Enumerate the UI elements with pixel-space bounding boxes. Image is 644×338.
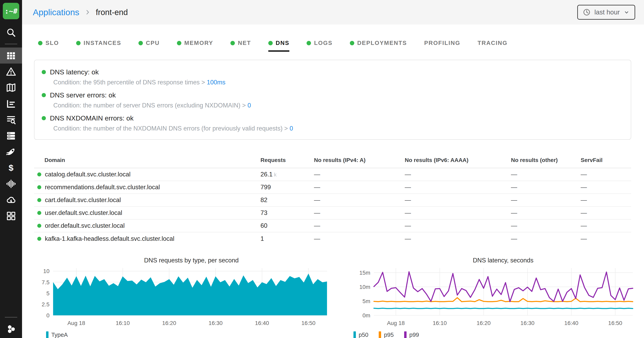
domain-name: user.default.svc.cluster.local bbox=[45, 209, 122, 216]
svg-text:16:30: 16:30 bbox=[520, 320, 534, 326]
col-noresults-other: No results (other) bbox=[511, 157, 581, 163]
tab-net[interactable]: NET bbox=[230, 40, 251, 52]
sidebar-item-applications[interactable] bbox=[0, 48, 22, 64]
chart-title: DNS requests by type, per second bbox=[34, 257, 332, 264]
status-dot bbox=[42, 116, 46, 120]
table-row[interactable]: recommendations.default.svc.cluster.loca… bbox=[34, 181, 631, 194]
table-row[interactable]: user.default.svc.cluster.local 73 — — — … bbox=[34, 207, 631, 219]
table-row[interactable]: cart.default.svc.cluster.local 82 — — — … bbox=[34, 194, 631, 207]
svg-text:Aug 18: Aug 18 bbox=[67, 320, 85, 326]
legend-item-p99[interactable]: p99 bbox=[404, 331, 419, 338]
tab-instances[interactable]: INSTANCES bbox=[76, 40, 121, 52]
domain-name: recommendations.default.svc.cluster.loca… bbox=[45, 184, 160, 191]
dns-requests-plot: Aug 1816:1016:2016:3016:4016:5002.557.51… bbox=[34, 265, 332, 328]
table-row[interactable]: catalog.default.svc.cluster.local 26.1k … bbox=[34, 168, 631, 181]
chart-panel-icon bbox=[6, 98, 16, 109]
check-condition: Condition: the 95th percentile of DNS re… bbox=[53, 79, 205, 86]
legend-swatch bbox=[46, 331, 48, 338]
sidebar-item-search[interactable] bbox=[0, 25, 22, 41]
requests-value: 82 bbox=[260, 196, 267, 203]
svg-text:10: 10 bbox=[43, 268, 50, 274]
domain-name: catalog.default.svc.cluster.local bbox=[45, 171, 130, 178]
status-dot bbox=[37, 172, 41, 176]
check-threshold-link[interactable]: 0 bbox=[248, 102, 251, 109]
status-dot bbox=[177, 41, 181, 45]
status-dot bbox=[37, 211, 41, 215]
svg-text:0m: 0m bbox=[362, 312, 370, 318]
sidebar-item-incidents[interactable] bbox=[0, 64, 22, 80]
sidebar-item-deployments[interactable] bbox=[0, 144, 22, 160]
tab-logs[interactable]: LOGS bbox=[306, 40, 332, 52]
chart-title: DNS latency, seconds bbox=[352, 257, 638, 264]
sidebar-item-risks[interactable] bbox=[0, 192, 22, 208]
table-row[interactable]: order.default.svc.cluster.local 60 — — —… bbox=[34, 219, 631, 232]
app-logo[interactable]: :~# bbox=[3, 3, 19, 19]
sidebar-item-integrations[interactable] bbox=[0, 321, 22, 337]
tab-slo[interactable]: SLO bbox=[38, 40, 59, 52]
sidebar-item-service-map[interactable] bbox=[0, 80, 22, 96]
svg-text:7.5: 7.5 bbox=[42, 279, 50, 285]
sidebar-item-dashboards[interactable] bbox=[0, 96, 22, 112]
svg-text:16:10: 16:10 bbox=[116, 320, 130, 326]
legend-label: p95 bbox=[384, 331, 394, 338]
svg-text:5m: 5m bbox=[362, 298, 370, 304]
table-row[interactable]: kafka-1.kafka-headless.default.svc.clust… bbox=[34, 232, 631, 245]
dns-checks-panel: DNS latency: ok Condition: the 95th perc… bbox=[34, 60, 631, 140]
svg-text:16:50: 16:50 bbox=[608, 320, 622, 326]
legend-item-p95[interactable]: p95 bbox=[379, 331, 394, 338]
sidebar-item-nodes[interactable] bbox=[0, 128, 22, 144]
tab-memory[interactable]: MEMORY bbox=[177, 40, 213, 52]
svg-text:$: $ bbox=[8, 163, 14, 173]
tab-tracing[interactable]: TRACING bbox=[478, 40, 508, 52]
sidebar: :~# bbox=[0, 0, 22, 338]
dns-latency-plot: Aug 1816:1016:2016:3016:4016:500m5m10m15… bbox=[352, 265, 638, 328]
requests-value: 26.1 bbox=[260, 171, 272, 178]
time-range-selector[interactable]: last hour bbox=[577, 5, 635, 20]
check-threshold-link[interactable]: 100ms bbox=[207, 79, 226, 86]
sidebar-divider-bottom bbox=[5, 317, 17, 317]
status-dot bbox=[42, 70, 46, 74]
cloud-lightning-icon bbox=[6, 195, 16, 205]
svg-text:16:40: 16:40 bbox=[564, 320, 578, 326]
tab-label: MEMORY bbox=[184, 40, 213, 46]
legend-label: p99 bbox=[409, 331, 419, 338]
status-dot bbox=[306, 41, 311, 45]
sidebar-divider bbox=[5, 44, 17, 44]
warning-triangle-icon bbox=[6, 66, 16, 77]
breadcrumb-current-page: front-end bbox=[96, 8, 128, 17]
col-noresults-ipv4: No results (IPv4: A) bbox=[314, 157, 405, 163]
sidebar-item-custom-dashboards[interactable] bbox=[0, 208, 22, 224]
svg-text:15m: 15m bbox=[360, 270, 370, 276]
requests-suffix: k bbox=[274, 172, 276, 178]
sidebar-item-logs[interactable] bbox=[0, 112, 22, 128]
tab-deployments[interactable]: DEPLOYMENTS bbox=[350, 40, 407, 52]
legend-swatch bbox=[354, 331, 356, 338]
col-requests: Requests bbox=[260, 157, 314, 163]
dns-domains-table: Domain Requests No results (IPv4: A) No … bbox=[34, 157, 631, 245]
tab-label: DNS bbox=[276, 40, 290, 46]
apps-grid-icon bbox=[6, 50, 16, 61]
waveform-icon bbox=[6, 179, 16, 189]
chart-legend: TypeA bbox=[46, 331, 332, 338]
sidebar-item-costs[interactable]: $ bbox=[0, 160, 22, 176]
svg-text:0: 0 bbox=[46, 312, 50, 318]
status-dot bbox=[138, 41, 143, 45]
tab-label: PROFILING bbox=[424, 40, 460, 46]
status-dot bbox=[42, 93, 46, 97]
svg-text:2.5: 2.5 bbox=[42, 301, 50, 307]
svg-text:16:40: 16:40 bbox=[255, 320, 269, 326]
legend-item-p50[interactable]: p50 bbox=[354, 331, 368, 338]
tab-label: INSTANCES bbox=[84, 40, 121, 46]
status-dot bbox=[37, 237, 41, 241]
check-threshold-link[interactable]: 0 bbox=[290, 125, 293, 132]
tab-profiling[interactable]: PROFILING bbox=[424, 40, 460, 52]
legend-item-typea[interactable]: TypeA bbox=[46, 331, 68, 338]
tab-cpu[interactable]: CPU bbox=[138, 40, 160, 52]
legend-swatch bbox=[379, 331, 381, 338]
sidebar-item-anomalies[interactable] bbox=[0, 176, 22, 192]
tab-dns[interactable]: DNS bbox=[268, 40, 290, 52]
requests-value: 799 bbox=[260, 184, 271, 191]
breadcrumb-applications-link[interactable]: Applications bbox=[33, 8, 79, 17]
status-dot bbox=[38, 41, 42, 45]
tab-label: DEPLOYMENTS bbox=[357, 40, 407, 46]
